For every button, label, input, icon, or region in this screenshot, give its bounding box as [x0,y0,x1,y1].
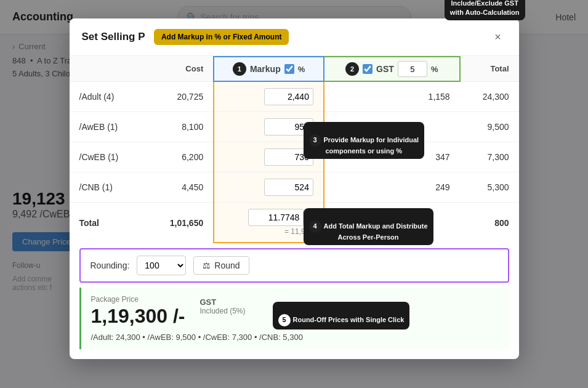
step-1-badge: 1 [233,62,246,76]
row-gst: 347 [324,142,460,172]
totals-equals: = 11,969 [284,227,313,236]
col-component [70,57,145,81]
pct-symbol: % [306,213,313,222]
pricing-table: Cost 1 Markup % [70,56,519,243]
modal-header: Set Selling P Add Markup in % or Fixed A… [70,18,519,56]
row-gst: 249 [324,172,460,203]
gst-label-sub: Included (5%) [200,307,246,315]
totals-markup: % 4Add Total Markup and Distribute Acros… [214,203,324,243]
row-label: /CwEB (1) [70,142,145,172]
package-price-box: Package Price 1,19,300 /- GST Included (… [79,288,509,349]
table-row: /Adult (4) 20,725 1,158 24,300 [70,81,519,112]
row-markup [214,81,324,112]
totals-row: Total 1,01,650 % 4Add Total Markup and D… [70,203,519,243]
col-gst: 2 GST % Include/Exclude GST with Auto-Ca… [324,57,460,81]
totals-total: 800 [460,203,519,243]
modal-close-button[interactable]: × [489,28,507,46]
table-wrapper: Cost 1 Markup % [70,56,519,243]
table-row: /AwEB (1) 8,100 3Provide Markup for Indi… [70,112,519,142]
modal-overlay: Set Selling P Add Markup in % or Fixed A… [0,0,588,388]
package-price-label: Package Price [91,295,185,304]
step-2-badge: 2 [345,62,359,76]
row-total: 5,300 [460,172,519,203]
row-gst: 1,158 [324,81,460,112]
row-markup [214,142,324,172]
totals-label: Total [70,203,145,243]
rounding-label: Rounding: [91,261,130,270]
rounding-select[interactable]: 100 10 50 500 [137,256,186,275]
totals-gst [324,203,460,243]
row-markup: 3Provide Markup for Individual component… [214,112,324,142]
row-cost: 20,725 [145,81,214,112]
round-icon: ⚖ [203,261,211,270]
row-markup [214,172,324,203]
round-btn-label: Round [214,261,240,270]
col-markup: 1 Markup % [214,57,324,81]
table-row: /CwEB (1) 6,200 347 7,300 [70,142,519,172]
row-label: /Adult (4) [70,81,145,112]
totals-cost: 1,01,650 [145,203,214,243]
rounding-section: Rounding: 100 10 50 500 ⚖ Round 5Round-O… [79,248,509,283]
row-cost: 4,450 [145,172,214,203]
col-total: Total [460,57,519,81]
breakdown-text: /Adult: 24,300 • /AwEB: 9,500 • /CwEB: 7… [91,333,499,342]
row-total: 9,500 [460,112,519,142]
markup-input-row1[interactable] [264,88,313,105]
row-total: 7,300 [460,142,519,172]
annotation-1-bubble: Add Markup in % or Fixed Amount [154,29,289,46]
modal-title: Set Selling P Add Markup in % or Fixed A… [82,29,289,46]
markup-input-row2[interactable] [264,118,313,135]
gst-checkbox[interactable] [363,64,373,74]
gst-value-input[interactable] [398,61,427,77]
package-price-value: 1,19,300 /- [91,305,185,328]
markup-input-row4[interactable] [264,179,313,196]
row-label: /AwEB (1) [70,112,145,142]
row-cost: 8,100 [145,112,214,142]
row-cost: 6,200 [145,142,214,172]
round-button[interactable]: ⚖ Round [193,256,249,275]
markup-input-row3[interactable] [264,148,313,166]
total-markup-input[interactable] [248,209,304,226]
col-cost: Cost [145,57,214,81]
markup-percent-checkbox[interactable] [284,64,294,74]
modal: Set Selling P Add Markup in % or Fixed A… [70,18,519,359]
row-total: 24,300 [460,81,519,112]
row-gst [324,112,460,142]
row-label: /CNB (1) [70,172,145,203]
gst-label-title: GST [200,297,246,307]
table-row: /CNB (1) 4,450 249 5,300 [70,172,519,203]
